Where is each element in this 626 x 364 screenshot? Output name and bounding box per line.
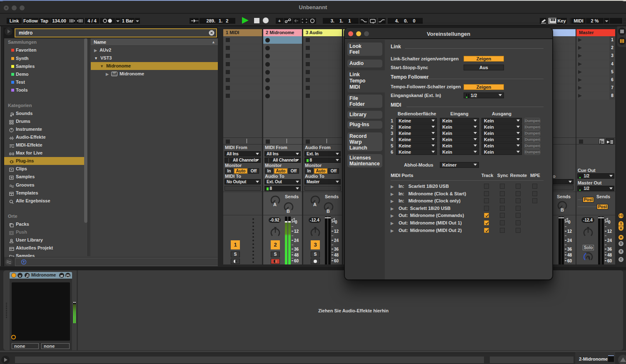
svg-text:VST: VST	[112, 72, 116, 74]
